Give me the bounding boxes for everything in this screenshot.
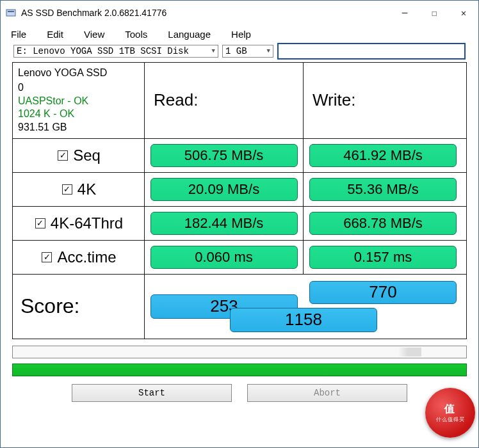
- toolbar-text-input[interactable]: [277, 43, 466, 60]
- menubar: File Edit View Tools Language Help: [1, 25, 478, 43]
- seq-label: Seq: [73, 147, 101, 164]
- 4k64-checkbox[interactable]: ✓: [35, 218, 45, 228]
- 4k-read: 20.09 MB/s: [150, 178, 298, 201]
- app-window: AS SSD Benchmark 2.0.6821.41776 ─ ☐ ✕ Fi…: [0, 0, 479, 448]
- close-button[interactable]: ✕: [449, 1, 478, 25]
- watermark-main: 值: [444, 403, 456, 416]
- menu-tools[interactable]: Tools: [125, 29, 147, 40]
- 4k64-write: 668.78 MB/s: [309, 212, 457, 235]
- seq-checkbox[interactable]: ✓: [58, 150, 68, 161]
- score-label: Score:: [13, 275, 145, 339]
- progress-bar-partial: [12, 346, 467, 358]
- acc-checkbox[interactable]: ✓: [42, 252, 52, 262]
- read-header: Read:: [145, 63, 304, 138]
- device-zero: 0: [18, 81, 142, 95]
- drive-select-value: E: Lenovo YOGA SSD 1TB SCSI Disk: [17, 46, 189, 56]
- acc-write: 0.157 ms: [309, 246, 457, 269]
- 4k-row: ✓ 4K 20.09 MB/s 55.36 MB/s: [13, 173, 466, 207]
- menu-edit[interactable]: Edit: [47, 29, 63, 40]
- seq-row: ✓ Seq 506.75 MB/s 461.92 MB/s: [13, 139, 466, 173]
- seq-write: 461.92 MB/s: [309, 144, 457, 167]
- 4k-label: 4K: [77, 180, 96, 198]
- 4k64-read: 182.44 MB/s: [150, 212, 298, 235]
- 4k64-read-cell: 182.44 MB/s: [145, 207, 304, 240]
- device-capacity: 931.51 GB: [18, 121, 142, 134]
- score-row: Score: 253 770 1158: [13, 275, 466, 339]
- menu-language[interactable]: Language: [168, 29, 211, 40]
- seq-write-cell: 461.92 MB/s: [304, 139, 462, 172]
- 4k64-label-cell: ✓ 4K-64Thrd: [13, 207, 145, 240]
- progress-bar-full: [12, 364, 467, 376]
- seq-read: 506.75 MB/s: [150, 144, 298, 167]
- acc-read-cell: 0.060 ms: [145, 241, 304, 274]
- window-title: AS SSD Benchmark 2.0.6821.41776: [21, 8, 390, 18]
- device-align: 1024 K - OK: [18, 108, 142, 121]
- device-driver: UASPStor - OK: [18, 95, 142, 108]
- score-total: 1158: [230, 308, 377, 332]
- size-select[interactable]: 1 GB ▼: [222, 45, 273, 58]
- menu-help[interactable]: Help: [231, 29, 251, 40]
- score-write: 770: [309, 281, 457, 304]
- acc-write-cell: 0.157 ms: [304, 241, 462, 274]
- minimize-button[interactable]: ─: [390, 1, 419, 25]
- drive-select[interactable]: E: Lenovo YOGA SSD 1TB SCSI Disk ▼: [13, 45, 218, 58]
- acc-read: 0.060 ms: [150, 246, 298, 269]
- button-row: Start Abort: [1, 381, 478, 408]
- titlebar: AS SSD Benchmark 2.0.6821.41776 ─ ☐ ✕: [1, 1, 478, 25]
- seq-label-cell: ✓ Seq: [13, 139, 145, 172]
- 4k64-write-cell: 668.78 MB/s: [304, 207, 462, 240]
- seq-read-cell: 506.75 MB/s: [145, 139, 304, 172]
- app-icon: [6, 8, 16, 18]
- chevron-down-icon: ▼: [267, 48, 270, 54]
- watermark-badge: 值 什么值得买: [425, 388, 475, 438]
- menu-view[interactable]: View: [84, 29, 104, 40]
- 4k-read-cell: 20.09 MB/s: [145, 173, 304, 206]
- abort-button[interactable]: Abort: [247, 384, 407, 402]
- 4k-write-cell: 55.36 MB/s: [304, 173, 462, 206]
- size-select-value: 1 GB: [225, 46, 247, 56]
- 4k64-label: 4K-64Thrd: [51, 214, 123, 232]
- acc-label-cell: ✓ Acc.time: [13, 241, 145, 274]
- device-info: Lenovo YOGA SSD 0 UASPStor - OK 1024 K -…: [13, 63, 145, 138]
- 4k-checkbox[interactable]: ✓: [62, 184, 72, 195]
- menu-file[interactable]: File: [11, 29, 26, 40]
- score-write-cell: 770 1158: [304, 275, 462, 339]
- chevron-down-icon: ▼: [212, 48, 215, 54]
- device-name: Lenovo YOGA SSD: [18, 67, 142, 80]
- header-row: Lenovo YOGA SSD 0 UASPStor - OK 1024 K -…: [13, 63, 466, 139]
- toolbar: E: Lenovo YOGA SSD 1TB SCSI Disk ▼ 1 GB …: [1, 43, 478, 62]
- acc-row: ✓ Acc.time 0.060 ms 0.157 ms: [13, 241, 466, 275]
- svg-rect-1: [8, 11, 14, 12]
- watermark-sub: 什么值得买: [436, 416, 465, 423]
- 4k-label-cell: ✓ 4K: [13, 173, 145, 206]
- window-controls: ─ ☐ ✕: [390, 1, 478, 25]
- progress-fragment: [398, 348, 421, 356]
- start-button[interactable]: Start: [72, 384, 232, 402]
- results-table: Lenovo YOGA SSD 0 UASPStor - OK 1024 K -…: [12, 62, 467, 339]
- acc-label: Acc.time: [57, 248, 116, 266]
- 4k-write: 55.36 MB/s: [309, 178, 457, 201]
- maximize-button[interactable]: ☐: [419, 1, 449, 25]
- write-header: Write:: [304, 63, 462, 138]
- 4k64-row: ✓ 4K-64Thrd 182.44 MB/s 668.78 MB/s: [13, 207, 466, 241]
- svg-rect-0: [6, 10, 15, 16]
